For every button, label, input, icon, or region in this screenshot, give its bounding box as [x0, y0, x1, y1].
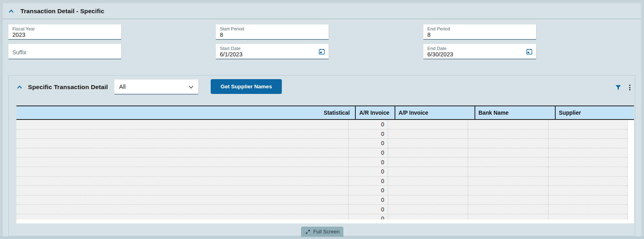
- filter-icon: [615, 85, 621, 90]
- column-header-ar-invoice[interactable]: A/R Invoice: [355, 106, 395, 119]
- end-date-value: 6/30/2023: [427, 51, 532, 58]
- fiscal-year-value: 2023: [12, 32, 117, 38]
- table-row[interactable]: 0: [16, 195, 628, 205]
- fiscal-year-field[interactable]: Fiscal Year 2023: [8, 24, 121, 40]
- table-row[interactable]: 0: [16, 157, 628, 167]
- column-header-ap-invoice[interactable]: A/P Invoice: [395, 106, 475, 119]
- ar-invoice-cell: 0: [349, 186, 388, 195]
- table-row[interactable]: 0: [16, 186, 628, 195]
- ar-invoice-cell: 0: [349, 205, 388, 214]
- column-header-bank-name[interactable]: Bank Name: [475, 106, 555, 119]
- table-header-row: Statistical A/R Invoice A/P Invoice Bank…: [16, 106, 634, 120]
- end-date-field[interactable]: End Date 6/30/2023: [423, 44, 536, 59]
- table-body[interactable]: 0 0 0 0 0 0 0 0 0 0 0: [16, 120, 634, 219]
- full-screen-button[interactable]: Full Screen: [301, 227, 343, 237]
- transaction-type-dropdown[interactable]: All: [114, 80, 198, 94]
- fiscal-year-label: Fiscal Year: [12, 26, 117, 32]
- dropdown-selected-value: All: [119, 84, 126, 90]
- card-title: Specific Transaction Detail: [28, 84, 108, 91]
- table-row[interactable]: 0: [16, 214, 628, 219]
- start-date-value: 6/1/2023: [220, 51, 325, 58]
- start-period-label: Start Period: [220, 26, 325, 32]
- ar-invoice-cell: 0: [349, 157, 388, 167]
- ar-invoice-cell: 0: [349, 177, 388, 186]
- top-section-header: Transaction Detail - Specific: [3, 3, 641, 19]
- table-row[interactable]: 0: [16, 177, 628, 186]
- bottom-frame-strip: [0, 237, 644, 239]
- ar-invoice-cell: 0: [349, 139, 388, 148]
- start-date-label: Start Date: [220, 46, 325, 51]
- start-date-field[interactable]: Start Date 6/1/2023: [216, 44, 329, 59]
- table-row[interactable]: 0: [16, 205, 628, 214]
- ar-invoice-cell: 0: [349, 148, 388, 157]
- ar-invoice-cell: 0: [349, 214, 388, 219]
- calendar-icon[interactable]: [319, 48, 325, 55]
- table-row[interactable]: 0: [16, 129, 628, 139]
- calendar-icon[interactable]: [526, 48, 532, 55]
- chevron-up-icon[interactable]: [8, 9, 14, 13]
- filter-button[interactable]: [614, 84, 622, 92]
- kebab-menu-icon: [629, 85, 630, 90]
- table-row[interactable]: 0: [16, 167, 628, 177]
- start-period-field[interactable]: Start Period 8: [216, 24, 329, 40]
- card-header: Specific Transaction Detail: [9, 76, 635, 99]
- ar-invoice-cell: 0: [349, 120, 388, 129]
- full-screen-label: Full Screen: [313, 229, 340, 235]
- transaction-table: Statistical A/R Invoice A/P Invoice Bank…: [16, 106, 634, 223]
- more-options-button[interactable]: [626, 84, 634, 92]
- table-row[interactable]: 0: [16, 139, 628, 148]
- column-header-statistical[interactable]: Statistical: [307, 106, 355, 119]
- suffix-label: Suffix: [12, 49, 26, 56]
- ar-invoice-cell: 0: [349, 195, 388, 205]
- expand-icon: [305, 229, 311, 235]
- specific-transaction-detail-card: Specific Transaction Detail All Get Supp…: [8, 75, 635, 236]
- column-header-supplier[interactable]: Supplier: [555, 106, 634, 119]
- horizontal-scrollbar[interactable]: [16, 219, 634, 223]
- table-row[interactable]: 0: [16, 148, 628, 158]
- chevron-up-icon[interactable]: [17, 85, 22, 89]
- ar-invoice-cell: 0: [349, 167, 388, 176]
- end-period-field[interactable]: End Period 8: [423, 24, 536, 40]
- page-content: Transaction Detail - Specific Fiscal Yea…: [3, 3, 641, 237]
- end-period-value: 8: [427, 32, 532, 38]
- page-title: Transaction Detail - Specific: [20, 8, 104, 15]
- get-supplier-names-button[interactable]: Get Supplier Names: [211, 79, 282, 94]
- end-period-label: End Period: [427, 26, 532, 32]
- column-header-blank[interactable]: [16, 106, 307, 119]
- suffix-field[interactable]: Suffix: [8, 44, 121, 59]
- ar-invoice-cell: 0: [349, 129, 388, 139]
- table-row[interactable]: 0: [16, 120, 628, 129]
- start-period-value: 8: [220, 32, 325, 38]
- end-date-label: End Date: [427, 46, 532, 51]
- chevron-down-icon: [189, 86, 193, 89]
